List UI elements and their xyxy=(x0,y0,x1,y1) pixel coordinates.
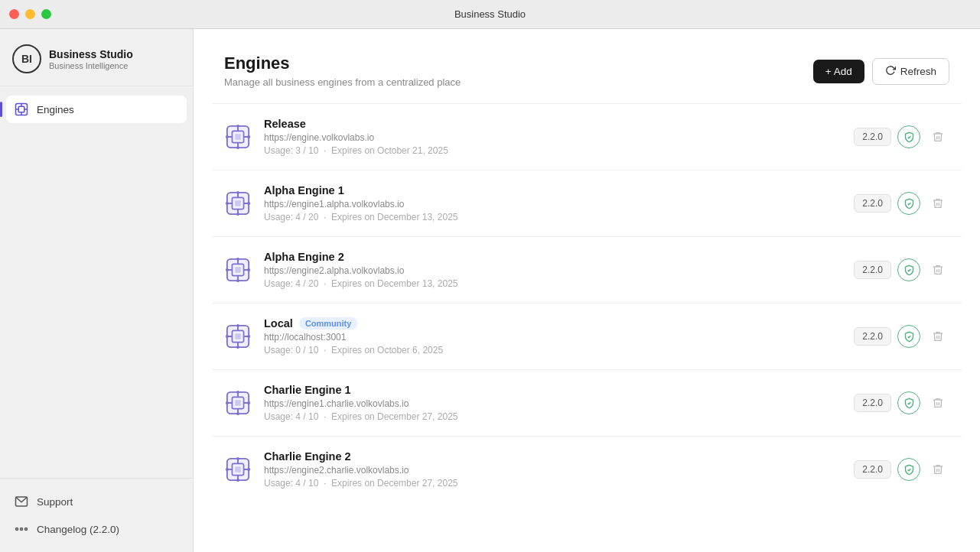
sidebar: BI Business Studio Business Intelligence xyxy=(0,29,194,552)
sidebar-item-support[interactable]: Support xyxy=(6,488,187,515)
svg-rect-67 xyxy=(235,466,241,472)
refresh-icon xyxy=(885,65,896,78)
page-actions: + Add Refresh xyxy=(813,58,949,85)
svg-point-53 xyxy=(247,335,250,338)
main-content: Engines Manage all business engines from… xyxy=(194,29,980,552)
delete-button[interactable] xyxy=(926,325,949,348)
support-icon xyxy=(14,494,29,509)
changelog-icon xyxy=(14,521,29,537)
engine-url: https://engine1.charlie.volkovlabs.io xyxy=(264,398,842,409)
engine-item: Charlie Engine 1 https://engine1.charlie… xyxy=(212,369,962,436)
engine-icon xyxy=(224,190,252,217)
svg-point-74 xyxy=(226,468,229,471)
engine-item: Local Community http://localhost:3001 Us… xyxy=(212,303,962,369)
engine-item: Alpha Engine 2 https://engine2.alpha.vol… xyxy=(212,236,962,303)
titlebar: Business Studio xyxy=(0,0,980,29)
engine-name: Charlie Engine 1 xyxy=(264,384,351,396)
svg-point-17 xyxy=(236,125,239,128)
engine-icon xyxy=(224,123,252,151)
version-badge: 2.2.0 xyxy=(854,194,891,213)
delete-button[interactable] xyxy=(926,458,949,481)
engine-name: Local xyxy=(264,317,293,330)
page-title: Engines xyxy=(224,54,461,73)
sidebar-item-engines-label: Engines xyxy=(37,104,74,115)
engine-url: http://localhost:3001 xyxy=(264,332,842,343)
svg-point-18 xyxy=(236,146,239,149)
engine-meta: Usage: 4 / 10 · Expires on December 27, … xyxy=(264,478,842,489)
page-header: Engines Manage all business engines from… xyxy=(194,29,980,103)
svg-rect-12 xyxy=(235,134,241,140)
sidebar-nav: Engines xyxy=(0,86,193,478)
app-name-section: Business Studio Business Intelligence xyxy=(49,48,133,70)
delete-button[interactable] xyxy=(926,391,949,414)
engine-item: Release https://engine.volkovlabs.io Usa… xyxy=(212,103,962,170)
close-button[interactable] xyxy=(9,9,19,19)
sidebar-item-changelog[interactable]: Changelog (2.2.0) xyxy=(6,515,187,543)
svg-point-30 xyxy=(226,202,229,205)
shield-button[interactable] xyxy=(897,458,920,481)
refresh-label: Refresh xyxy=(900,66,936,77)
delete-button[interactable] xyxy=(926,125,949,148)
sidebar-item-engines[interactable]: Engines xyxy=(6,96,187,123)
delete-button[interactable] xyxy=(926,192,949,215)
page-title-section: Engines Manage all business engines from… xyxy=(224,54,461,88)
sidebar-footer: Support Changelog (2.2.0) xyxy=(0,478,193,552)
engine-item: Charlie Engine 2 https://engine2.charlie… xyxy=(212,436,962,502)
svg-point-41 xyxy=(226,268,229,271)
engine-info: Alpha Engine 2 https://engine2.alpha.vol… xyxy=(264,251,842,289)
engine-info: Local Community http://localhost:3001 Us… xyxy=(264,317,842,356)
engine-icon xyxy=(224,389,252,417)
window-controls xyxy=(9,9,51,19)
engine-info: Alpha Engine 1 https://engine1.alpha.vol… xyxy=(264,184,842,222)
svg-rect-1 xyxy=(18,106,24,112)
engine-url: https://engine1.alpha.volkovlabs.io xyxy=(264,199,842,209)
svg-point-51 xyxy=(236,346,239,349)
engine-info: Charlie Engine 1 https://engine1.charlie… xyxy=(264,384,842,422)
engine-name-row: Charlie Engine 1 xyxy=(264,384,842,396)
svg-point-29 xyxy=(236,213,239,216)
svg-rect-56 xyxy=(235,400,241,406)
engine-icon xyxy=(224,323,252,350)
engine-name: Alpha Engine 1 xyxy=(264,184,344,196)
engine-name: Charlie Engine 2 xyxy=(264,450,351,463)
svg-point-64 xyxy=(247,401,250,404)
shield-button[interactable] xyxy=(897,258,920,281)
engine-icon xyxy=(224,256,252,284)
shield-button[interactable] xyxy=(897,192,920,215)
engine-actions: 2.2.0 xyxy=(854,192,949,215)
window-title: Business Studio xyxy=(454,8,526,20)
shield-button[interactable] xyxy=(897,391,920,414)
support-label: Support xyxy=(37,496,73,508)
shield-button[interactable] xyxy=(897,325,920,348)
engine-meta: Usage: 4 / 20 · Expires on December 13, … xyxy=(264,278,842,289)
engine-name: Release xyxy=(264,118,306,130)
delete-button[interactable] xyxy=(926,258,949,281)
engine-name-row: Local Community xyxy=(264,317,842,330)
shield-button[interactable] xyxy=(897,125,920,148)
svg-point-72 xyxy=(236,457,239,460)
engine-name: Alpha Engine 2 xyxy=(264,251,344,263)
engines-list: Release https://engine.volkovlabs.io Usa… xyxy=(194,103,980,502)
refresh-button[interactable]: Refresh xyxy=(872,58,949,85)
engine-name-row: Release xyxy=(264,118,842,130)
engine-name-row: Alpha Engine 2 xyxy=(264,251,842,263)
app-name: Business Studio xyxy=(49,48,133,60)
version-badge: 2.2.0 xyxy=(854,327,891,346)
engine-actions: 2.2.0 xyxy=(854,125,949,148)
maximize-button[interactable] xyxy=(41,9,51,19)
svg-point-9 xyxy=(25,528,28,531)
engine-url: https://engine2.alpha.volkovlabs.io xyxy=(264,265,842,276)
engine-info: Charlie Engine 2 https://engine2.charlie… xyxy=(264,450,842,489)
svg-point-61 xyxy=(236,391,239,394)
svg-point-8 xyxy=(16,528,18,531)
svg-point-50 xyxy=(236,324,239,327)
engine-badge: Community xyxy=(299,317,358,330)
engine-url: https://engine2.charlie.volkovlabs.io xyxy=(264,465,842,476)
engines-icon xyxy=(14,102,29,117)
engine-name-row: Charlie Engine 2 xyxy=(264,450,842,463)
add-button[interactable]: + Add xyxy=(813,60,864,83)
engine-actions: 2.2.0 xyxy=(854,391,949,414)
svg-point-28 xyxy=(236,191,239,194)
svg-point-7 xyxy=(21,528,23,531)
minimize-button[interactable] xyxy=(25,9,35,19)
